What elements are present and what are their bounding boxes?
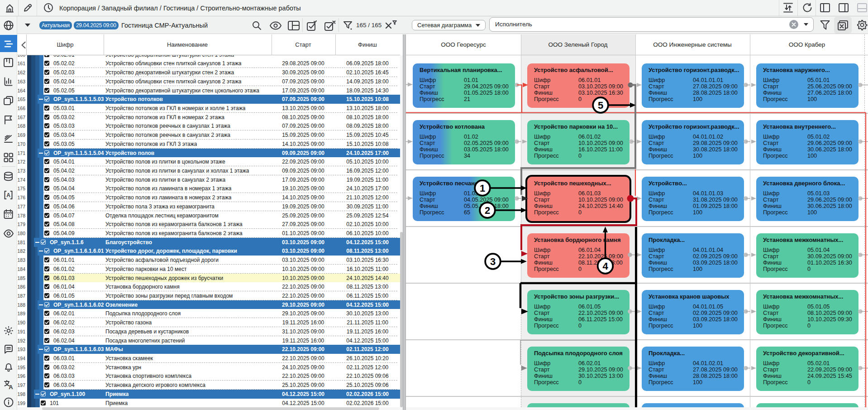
svg-text:2: 2 bbox=[485, 205, 490, 216]
svg-text:4: 4 bbox=[602, 260, 608, 272]
svg-text:A: A bbox=[6, 192, 10, 198]
svg-text:1: 1 bbox=[480, 183, 485, 194]
svg-text:A: A bbox=[9, 384, 13, 391]
svg-text:3: 3 bbox=[490, 256, 496, 267]
svg-text:5: 5 bbox=[598, 100, 603, 111]
